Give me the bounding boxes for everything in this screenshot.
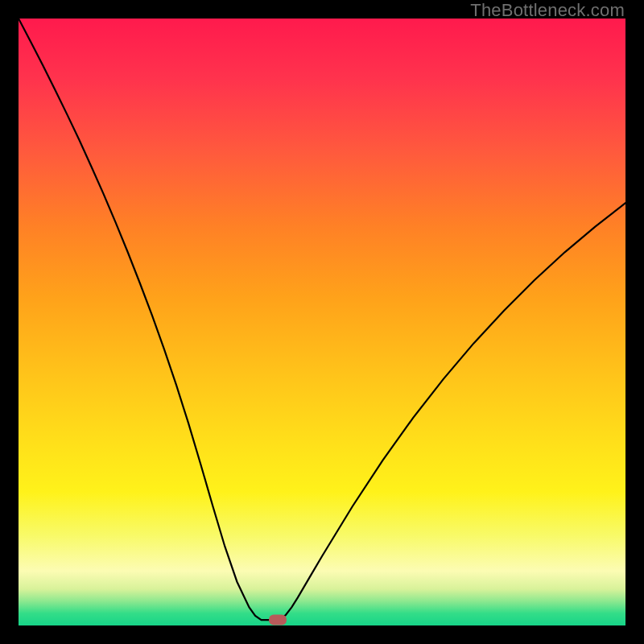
plot-area bbox=[19, 19, 625, 625]
optimum-marker bbox=[269, 615, 287, 625]
chart-frame: TheBottleneck.com bbox=[0, 0, 644, 644]
bottleneck-curve bbox=[19, 19, 625, 625]
